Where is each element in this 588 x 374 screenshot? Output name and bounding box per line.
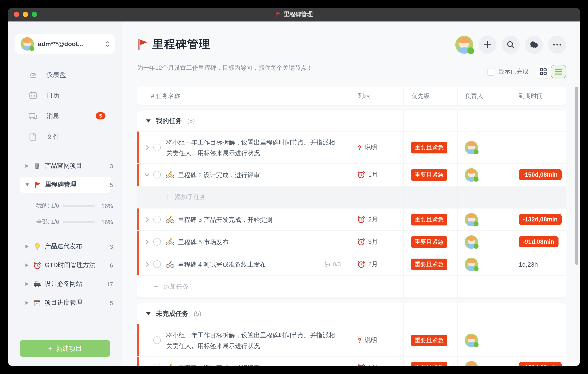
header-actions bbox=[455, 36, 566, 54]
sidebar-item-calendar[interactable]: 日历 bbox=[8, 85, 122, 106]
add-subtask-row[interactable]: +添加子任务 bbox=[137, 186, 566, 208]
assignee-avatar[interactable] bbox=[465, 235, 478, 249]
disclosure-right-icon[interactable] bbox=[25, 164, 29, 168]
disclosure-right-icon[interactable] bbox=[25, 282, 29, 286]
task-complete-checkbox[interactable] bbox=[153, 336, 161, 344]
biker-icon bbox=[165, 363, 174, 366]
expand-chevron-icon[interactable] bbox=[143, 262, 151, 267]
alarm-clock-icon bbox=[357, 238, 365, 246]
sidebar-item-messages[interactable]: 消息 5 bbox=[8, 106, 122, 126]
sidebar-menu: 仪表盘 日历 消息 5 文件 bbox=[8, 65, 122, 147]
priority-badge: 重要且紧急 bbox=[411, 236, 447, 248]
assignee-avatar[interactable] bbox=[465, 257, 478, 271]
account-switcher[interactable]: adm***@doot... bbox=[15, 34, 115, 54]
page-subtitle: 为一年12个月设置工作里程碑，目标为导向，抓住每个关键节点！ bbox=[137, 64, 313, 72]
assignee-avatar[interactable] bbox=[465, 213, 478, 226]
task-complete-checkbox[interactable] bbox=[153, 238, 161, 246]
collapse-group-icon[interactable] bbox=[146, 119, 151, 122]
priority-badge: 重要且紧急 bbox=[411, 258, 447, 270]
bulb-icon bbox=[33, 242, 41, 251]
column-header-list[interactable]: 列表 bbox=[350, 87, 403, 105]
task-title: 里程碑 2 设计完成，进行评审 bbox=[178, 169, 260, 180]
group-header[interactable]: 未完成任务 (5) bbox=[137, 303, 566, 324]
task-group-uncompleted: 未完成任务 (5) 将小组一年工作目标拆解，设置出里程碑时间节点。并指派相关责任… bbox=[137, 303, 566, 366]
project-item-gtd[interactable]: GTD时间管理方法 6 bbox=[8, 256, 122, 275]
close-button[interactable] bbox=[14, 12, 19, 17]
chat-button[interactable] bbox=[525, 36, 543, 54]
expand-chevron-icon[interactable] bbox=[143, 217, 151, 222]
task-row[interactable]: 将小组一年工作目标拆解，设置出里程碑时间节点。并指派相关责任人。用标签来展示进行… bbox=[137, 324, 566, 356]
zoom-button[interactable] bbox=[32, 12, 37, 17]
disclosure-down-icon[interactable] bbox=[25, 183, 29, 186]
alarm-clock-icon bbox=[357, 364, 365, 366]
task-title: 将小组一年工作目标拆解，设置出里程碑时间节点。并指派相关责任人。用标签来展示进行… bbox=[166, 137, 340, 158]
disclosure-right-icon[interactable] bbox=[25, 301, 29, 305]
task-row[interactable]: 将小组一年工作目标拆解，设置出里程碑时间节点。并指派相关责任人。用标签来展示进行… bbox=[137, 131, 566, 163]
online-status-dot bbox=[467, 48, 474, 54]
biker-icon bbox=[165, 237, 174, 246]
project-item-iteration[interactable]: 产品迭代发布 3 bbox=[8, 237, 122, 256]
biker-icon bbox=[165, 215, 174, 224]
task-complete-checkbox[interactable] bbox=[153, 260, 161, 268]
column-header-priority[interactable]: 优先级 bbox=[403, 87, 457, 105]
view-toggle bbox=[536, 65, 566, 78]
page-title-row: 里程碑管理 bbox=[137, 37, 210, 51]
task-title: 里程碑 4 测试完成准备线上发布 bbox=[178, 259, 266, 270]
user-avatar[interactable] bbox=[455, 36, 473, 54]
search-button[interactable] bbox=[502, 36, 520, 54]
plus-icon: + bbox=[165, 193, 169, 201]
column-header-due[interactable]: 到期时间 bbox=[511, 87, 566, 105]
collapse-group-icon[interactable] bbox=[146, 312, 151, 315]
task-complete-checkbox[interactable] bbox=[153, 364, 161, 366]
project-item-design-sites[interactable]: 设计必备网站 17 bbox=[8, 275, 122, 294]
progress-bar bbox=[63, 221, 95, 223]
show-completed-checkbox[interactable] bbox=[487, 68, 495, 75]
disclosure-right-icon[interactable] bbox=[25, 245, 29, 248]
task-complete-checkbox[interactable] bbox=[153, 171, 161, 178]
priority-badge: 重要且紧急 bbox=[411, 142, 447, 153]
task-row[interactable]: 里程碑 2 设计完成，进行评审 1月 重要且紧急 bbox=[137, 163, 566, 186]
more-button[interactable] bbox=[548, 36, 566, 54]
task-row[interactable]: 里程碑 3 产品开发完成，开始提测 2月 重要且紧急 bbox=[137, 208, 566, 231]
minimize-button[interactable] bbox=[23, 12, 28, 17]
collapse-chevron-icon[interactable] bbox=[143, 173, 151, 177]
sidebar-item-files[interactable]: 文件 bbox=[8, 126, 122, 147]
task-complete-checkbox[interactable] bbox=[153, 143, 161, 151]
building-icon bbox=[33, 162, 41, 170]
printer-icon bbox=[33, 280, 41, 288]
task-title: 里程碑 2 设计完成，进行评审 bbox=[178, 362, 260, 366]
red-flag-icon bbox=[137, 38, 148, 50]
column-header-name[interactable]: # 任务名称 bbox=[137, 87, 350, 105]
grid-view-button[interactable] bbox=[536, 65, 551, 78]
group-header[interactable]: 我的任务 (5) bbox=[137, 110, 566, 131]
list-controls: 显示已完成 bbox=[487, 65, 566, 78]
assignee-avatar[interactable] bbox=[465, 168, 478, 181]
add-task-row[interactable]: +添加任务 bbox=[137, 275, 566, 297]
assignee-avatar[interactable] bbox=[465, 141, 478, 154]
task-row[interactable]: 里程碑 2 设计完成，进行评审 1月 重要且紧急 bbox=[137, 356, 566, 366]
due-time-badge: -132d,08min bbox=[519, 214, 562, 225]
expand-chevron-icon[interactable] bbox=[143, 145, 151, 150]
traffic-lights bbox=[14, 8, 37, 21]
progress-mine: 我的: 1/6 16% bbox=[8, 198, 122, 214]
show-completed-toggle[interactable]: 显示已完成 bbox=[487, 67, 529, 76]
sidebar-item-dashboard[interactable]: 仪表盘 bbox=[8, 65, 122, 85]
due-time-badge: -91d,08min bbox=[519, 236, 558, 247]
calendar-icon bbox=[29, 91, 38, 100]
list-view-button[interactable] bbox=[551, 65, 566, 78]
project-item-official-site[interactable]: 产品官网项目 3 bbox=[8, 157, 122, 175]
task-row[interactable]: 里程碑 5 市场发布 3月 重要且紧急 bbox=[137, 231, 566, 253]
column-header-assignee[interactable]: 负责人 bbox=[457, 87, 511, 105]
project-item-progress-mgmt[interactable]: 项目进度管理 5 bbox=[8, 294, 122, 312]
assignee-avatar[interactable] bbox=[465, 333, 478, 347]
assignee-avatar[interactable] bbox=[465, 361, 478, 366]
plus-icon: + bbox=[48, 345, 52, 352]
new-project-button[interactable]: + 新建项目 bbox=[20, 340, 110, 357]
project-item-milestone[interactable]: 里程碑管理 5 bbox=[8, 175, 122, 194]
scrollbar-thumb[interactable] bbox=[575, 87, 578, 265]
expand-chevron-icon[interactable] bbox=[143, 239, 151, 244]
add-button[interactable] bbox=[479, 36, 496, 54]
task-row[interactable]: 里程碑 4 测试完成准备线上发布 0/3 2月 重要且紧急 bbox=[137, 253, 566, 275]
task-complete-checkbox[interactable] bbox=[153, 216, 161, 223]
disclosure-right-icon[interactable] bbox=[25, 264, 29, 267]
